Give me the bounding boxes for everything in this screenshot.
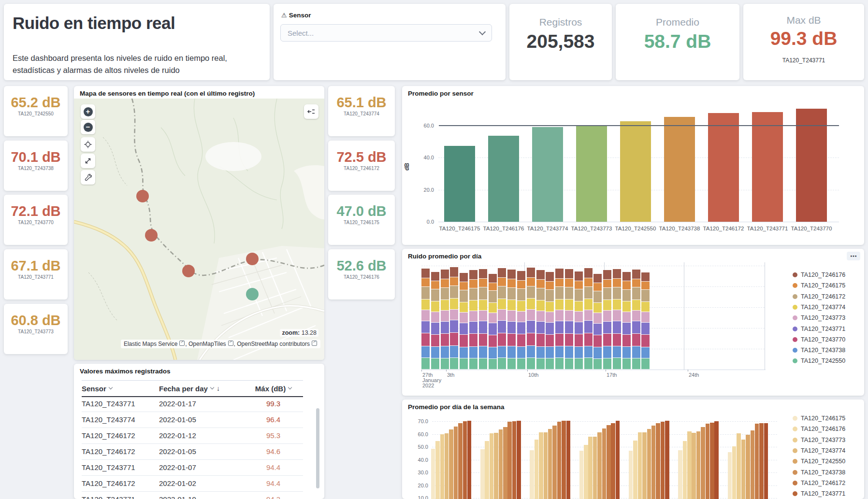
weekday-bar[interactable] [467, 421, 472, 499]
legend-item[interactable]: TA120_T246175⋮ [793, 282, 868, 289]
table-header-cell[interactable]: Sensor [82, 385, 159, 393]
weekday-bar[interactable] [490, 433, 494, 499]
attribution-link[interactable]: OpenStreetMap contributors [237, 341, 310, 347]
weekday-bar[interactable] [431, 449, 435, 499]
legend-item[interactable]: TA120_T243738⋮ [793, 347, 868, 354]
weekday-bar[interactable] [746, 435, 750, 499]
weekday-bar[interactable] [741, 440, 746, 499]
weekday-bar[interactable] [463, 421, 467, 499]
stacked-day-bar[interactable] [450, 267, 458, 370]
weekday-bar[interactable] [449, 429, 453, 499]
sensor-bar[interactable] [488, 136, 519, 222]
weekday-bar[interactable] [611, 423, 615, 499]
legend-item[interactable]: TA120_T243773⋮ [793, 437, 864, 443]
weekday-bar[interactable] [665, 421, 669, 499]
sensor-map-marker[interactable] [246, 253, 259, 265]
weekday-bar[interactable] [696, 431, 701, 499]
weekday-bar[interactable] [714, 421, 719, 499]
weekday-bar[interactable] [759, 423, 764, 499]
weekday-bar[interactable] [647, 429, 651, 499]
weekday-bar[interactable] [755, 424, 759, 499]
weekday-bar[interactable] [678, 450, 682, 499]
legend-item[interactable]: TA120_T242550⋮ [793, 357, 868, 364]
weekday-bar[interactable] [454, 427, 458, 499]
stacked-day-bar[interactable] [555, 269, 564, 370]
sensor-bar[interactable] [664, 117, 695, 222]
legend-item[interactable]: TA120_T242550⋮ [793, 458, 864, 465]
weekday-bar[interactable] [642, 432, 647, 499]
weekday-bar[interactable] [751, 430, 755, 499]
weekday-bar[interactable] [607, 425, 611, 499]
weekday-bar[interactable] [692, 433, 696, 499]
weekday-bar[interactable] [530, 450, 534, 499]
stacked-day-bar[interactable] [441, 270, 449, 370]
sensor-map-marker[interactable] [246, 288, 259, 300]
weekday-bar[interactable] [683, 441, 687, 499]
weekday-bar[interactable] [503, 427, 507, 499]
weekday-bar[interactable] [651, 426, 656, 499]
weekday-bar[interactable] [728, 452, 732, 499]
sensor-bar[interactable] [752, 112, 783, 222]
stacked-day-bar[interactable] [546, 272, 554, 370]
weekday-bar[interactable] [535, 440, 539, 499]
legend-item[interactable]: TA120_T243738⋮ [793, 469, 864, 476]
weekday-bar[interactable] [732, 446, 737, 499]
attribution-link[interactable]: OpenMapTiles [188, 341, 226, 347]
weekday-bar[interactable] [602, 428, 607, 499]
weekday-bar[interactable] [597, 432, 602, 499]
stacked-day-bar[interactable] [584, 268, 593, 370]
weekday-bar[interactable] [687, 431, 692, 499]
weekday-bar[interactable] [656, 423, 660, 499]
weekday-bar[interactable] [485, 441, 489, 499]
weekday-bar[interactable] [499, 429, 503, 499]
attribution-link[interactable]: Elastic Maps Service [124, 341, 177, 347]
stacked-day-bar[interactable] [527, 268, 535, 370]
map-fit-bounds-button[interactable] [81, 154, 95, 168]
legend-item[interactable]: TA120_T246172⋮ [793, 293, 868, 300]
weekday-bar[interactable] [764, 423, 768, 499]
sensor-map-marker[interactable] [136, 190, 149, 202]
weekday-bar[interactable] [507, 422, 512, 499]
legend-item[interactable]: TA120_T243770⋮ [793, 336, 868, 343]
weekday-bar[interactable] [562, 421, 566, 499]
weekday-bar[interactable] [548, 429, 552, 499]
legend-item[interactable]: TA120_T243771⋮ [793, 490, 864, 497]
legend-item[interactable]: TA120_T246175⋮ [793, 415, 864, 422]
sensor-map-marker[interactable] [182, 265, 195, 277]
map-locate-button[interactable] [81, 137, 95, 152]
sensor-bar[interactable] [708, 113, 739, 222]
stacked-day-bar[interactable] [517, 271, 525, 370]
legend-item[interactable]: TA120_T243773⋮ [793, 314, 868, 321]
stacked-day-bar[interactable] [479, 269, 487, 370]
weekday-bar[interactable] [512, 421, 517, 499]
stacked-day-bar[interactable] [489, 274, 497, 370]
weekday-bar[interactable] [616, 421, 620, 499]
weekday-bar[interactable] [593, 437, 597, 499]
sensor-map-marker[interactable] [145, 229, 158, 242]
weekday-bar[interactable] [588, 437, 593, 499]
weekday-bar[interactable] [638, 432, 642, 499]
weekday-bar[interactable] [629, 451, 633, 499]
weekday-bar[interactable] [701, 427, 705, 499]
table-scrollbar[interactable] [316, 408, 319, 488]
weekday-bar[interactable] [706, 424, 710, 499]
stacked-day-bar[interactable] [469, 270, 477, 370]
sensor-select[interactable]: Select... [280, 24, 492, 42]
stacked-day-bar[interactable] [622, 272, 631, 370]
stacked-day-bar[interactable] [613, 269, 621, 370]
stacked-day-bar[interactable] [575, 271, 583, 370]
weekday-bar[interactable] [557, 422, 562, 499]
weekday-bar[interactable] [435, 441, 440, 499]
map-legend-collapse-button[interactable] [304, 104, 318, 119]
map-zoom-out-button[interactable]: − [81, 120, 95, 134]
weekday-bar[interactable] [633, 441, 637, 499]
stacked-day-bar[interactable] [603, 270, 611, 370]
stacked-day-bar[interactable] [431, 272, 439, 370]
legend-item[interactable]: TA120_T243771⋮ [793, 326, 868, 332]
stacked-day-bar[interactable] [632, 270, 640, 370]
weekday-bar[interactable] [539, 432, 543, 499]
sensor-bar[interactable] [576, 125, 607, 222]
sensor-bar[interactable] [532, 127, 563, 222]
legend-item[interactable]: TA120_T246176⋮ [793, 426, 864, 432]
weekday-bar[interactable] [579, 451, 584, 499]
